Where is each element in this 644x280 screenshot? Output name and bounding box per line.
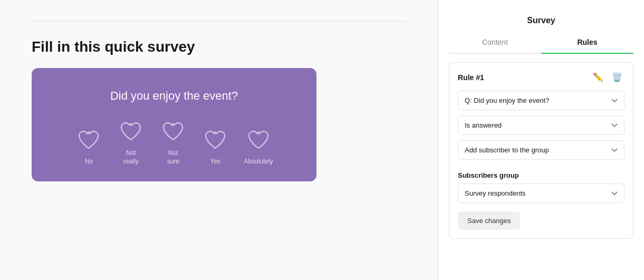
heart-item-absolutely[interactable]: Absolutely: [244, 126, 273, 166]
rule-card: Rule #1 ✏️ 🗑️ Q: Did you enjoy the event…: [449, 62, 633, 239]
heart-icon-not-sure: [159, 118, 187, 145]
subscribers-group-label: Subscribers group: [458, 171, 624, 179]
rule-header: Rule #1 ✏️ 🗑️: [458, 71, 624, 83]
panel-body: Rule #1 ✏️ 🗑️ Q: Did you enjoy the event…: [438, 54, 644, 280]
panel-title: Survey: [449, 8, 633, 32]
tabs-row: Content Rules: [449, 32, 633, 54]
subscribers-group-select[interactable]: Survey respondents: [458, 184, 624, 203]
condition-select[interactable]: Is answered: [458, 115, 624, 135]
heart-item-no[interactable]: No: [75, 126, 102, 166]
heart-icon-yes: [201, 126, 229, 153]
survey-title: Fill in this quick survey: [32, 38, 406, 55]
survey-question: Did you enjoy the event?: [110, 89, 238, 103]
heart-item-not-really[interactable]: Notreally: [117, 118, 145, 166]
heart-label-yes: Yes: [210, 158, 221, 166]
top-divider: [32, 21, 406, 22]
panel-header: Survey Content Rules: [438, 0, 644, 54]
heart-label-not-sure: Notsure: [167, 149, 179, 166]
heart-icon-no: [75, 126, 102, 153]
heart-label-absolutely: Absolutely: [244, 158, 273, 166]
heart-label-no: No: [85, 158, 93, 166]
tab-content[interactable]: Content: [449, 32, 541, 53]
delete-rule-button[interactable]: 🗑️: [610, 71, 624, 83]
heart-icon-not-really: [117, 118, 145, 145]
left-panel: Fill in this quick survey Did you enjoy …: [0, 0, 438, 280]
edit-rule-button[interactable]: ✏️: [591, 71, 605, 83]
rule-actions: ✏️ 🗑️: [591, 71, 624, 83]
heart-item-not-sure[interactable]: Notsure: [159, 118, 187, 166]
tab-rules[interactable]: Rules: [541, 32, 633, 53]
heart-item-yes[interactable]: Yes: [201, 126, 229, 166]
rule-title: Rule #1: [458, 73, 484, 82]
heart-icon-absolutely: [245, 126, 272, 153]
tab-active-underline: [541, 53, 633, 54]
hearts-row: No Notreally Notsure Ye: [75, 118, 273, 166]
right-panel: Survey Content Rules Rule #1 ✏️ 🗑️ Q: Di…: [438, 0, 644, 280]
question-select[interactable]: Q: Did you enjoy the event?: [458, 91, 624, 110]
survey-card: Did you enjoy the event? No Notreally: [32, 68, 316, 181]
action-select[interactable]: Add subscriber to the group: [458, 140, 624, 160]
heart-label-not-really: Notreally: [123, 149, 139, 166]
save-changes-button[interactable]: Save changes: [458, 211, 520, 230]
